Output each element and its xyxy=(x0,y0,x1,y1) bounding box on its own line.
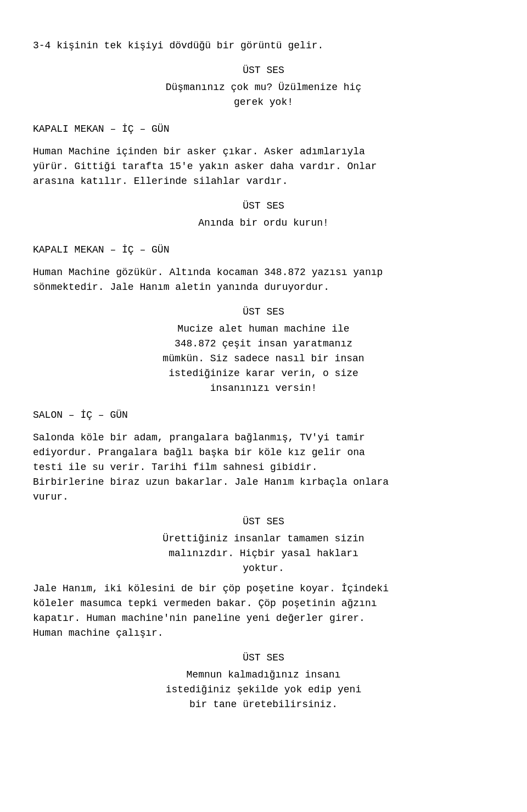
scene-heading-1: KAPALI MEKAN – İÇ – GÜN xyxy=(33,122,494,137)
ust-ses-block-4: ÜST SES Ürettiğiniz insanlar tamamen siz… xyxy=(33,514,494,576)
ust-ses-block-2: ÜST SES Anında bir ordu kurun! xyxy=(33,199,494,231)
scene-1-description: Human Machine içinden bir asker çıkar. A… xyxy=(33,144,494,189)
scene-3-description: Salonda köle bir adam, prangalara bağlan… xyxy=(33,430,494,505)
ust-ses-label-4: ÜST SES xyxy=(33,514,494,529)
scene-heading-3: SALON – İÇ – GÜN xyxy=(33,408,494,423)
document-body: 3-4 kişinin tek kişiyi dövdüğü bir görün… xyxy=(33,38,494,712)
ust-ses-block-5: ÜST SES Memnun kalmadığınız insanı isted… xyxy=(33,651,494,712)
opening-paragraph: 3-4 kişinin tek kişiyi dövdüğü bir görün… xyxy=(33,38,494,53)
ust-ses-dialog-3: Mucize alet human machine ile 348.872 çe… xyxy=(33,322,494,396)
ust-ses-dialog-1: Düşmanınız çok mu? Üzülmenize hiç gerek … xyxy=(33,80,494,110)
ust-ses-label-1: ÜST SES xyxy=(33,63,494,78)
ust-ses-dialog-4: Ürettiğiniz insanlar tamamen sizin malın… xyxy=(33,531,494,576)
ust-ses-label-2: ÜST SES xyxy=(33,199,494,214)
scene-heading-2: KAPALI MEKAN – İÇ – GÜN xyxy=(33,243,494,257)
ust-ses-dialog-5: Memnun kalmadığınız insanı istediğiniz ş… xyxy=(33,668,494,712)
ust-ses-label-3: ÜST SES xyxy=(33,305,494,320)
ust-ses-block-1: ÜST SES Düşmanınız çok mu? Üzülmenize hi… xyxy=(33,63,494,110)
scene-3-continuation: Jale Hanım, iki kölesini de bir çöp poşe… xyxy=(33,581,494,641)
ust-ses-label-5: ÜST SES xyxy=(33,651,494,665)
scene-2-description: Human Machine gözükür. Altında kocaman 3… xyxy=(33,265,494,295)
ust-ses-block-3: ÜST SES Mucize alet human machine ile 34… xyxy=(33,305,494,396)
ust-ses-dialog-2: Anında bir ordu kurun! xyxy=(33,216,494,231)
